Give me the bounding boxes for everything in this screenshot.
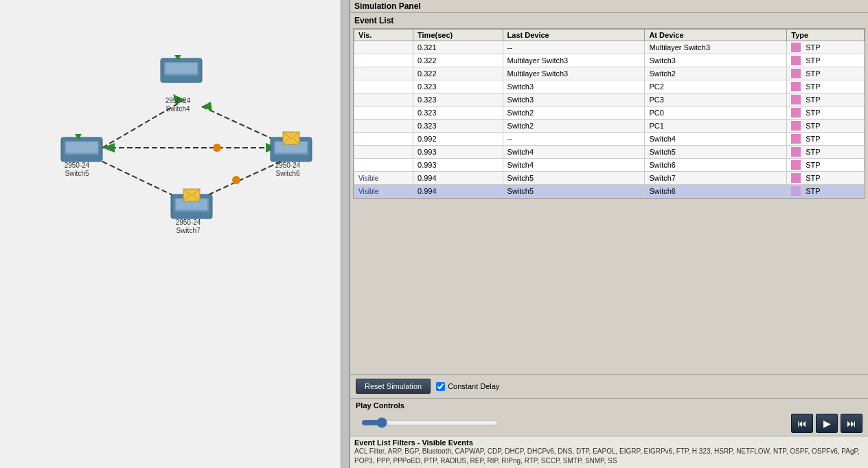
cell-type: STP: [787, 93, 865, 107]
simulation-panel: Simulation Panel Event List Vis. Time(se…: [350, 0, 868, 468]
reset-simulation-button[interactable]: Reset Simulation: [356, 379, 431, 394]
cell-at-device: PC3: [645, 93, 787, 107]
cell-vis: [354, 159, 413, 172]
cell-time: 0.322: [413, 54, 503, 67]
cell-last-device: Multilayer Switch3: [503, 67, 645, 80]
cell-last-device: Switch3: [503, 93, 645, 107]
constant-delay-label[interactable]: Constant Delay: [436, 382, 499, 391]
svg-text:Switch4: Switch4: [165, 105, 190, 113]
cell-type: STP: [787, 67, 865, 80]
col-time: Time(sec): [413, 30, 503, 41]
cell-last-device: Switch5: [503, 185, 645, 198]
cell-at-device: Switch3: [645, 54, 787, 67]
cell-at-device: Switch2: [645, 67, 787, 80]
table-row[interactable]: Visible 0.994 Switch5 Switch6 STP: [354, 185, 865, 198]
event-list-header: Event List: [350, 13, 868, 28]
cell-type: STP: [787, 80, 865, 93]
cell-last-device: Multilayer Switch3: [503, 54, 645, 67]
play-button[interactable]: ▶: [816, 414, 838, 433]
cell-vis: [354, 54, 413, 67]
cell-at-device: Switch4: [645, 133, 787, 146]
cell-time: 0.323: [413, 80, 503, 93]
switch4-label: 2950-24: [165, 97, 191, 104]
table-row[interactable]: 0.322 Multilayer Switch3 Switch3 STP: [354, 54, 865, 67]
svg-rect-16: [165, 63, 197, 74]
table-row[interactable]: 0.993 Switch4 Switch6 STP: [354, 159, 865, 172]
table-row[interactable]: 0.993 Switch4 Switch5 STP: [354, 146, 865, 159]
cell-at-device: Switch6: [645, 185, 787, 198]
prev-button[interactable]: ⏮: [791, 414, 813, 433]
svg-point-9: [213, 144, 221, 152]
switch7-label: 2950-24: [176, 219, 201, 226]
cell-time: 0.993: [413, 146, 503, 159]
play-controls-title: Play Controls: [356, 401, 863, 410]
event-table: Vis. Time(sec) Last Device At Device Typ…: [354, 29, 865, 198]
table-row[interactable]: 0.323 Switch3 PC2 STP: [354, 80, 865, 93]
cell-at-device: Switch7: [645, 172, 787, 185]
cell-last-device: --: [503, 41, 645, 54]
cell-vis: [354, 67, 413, 80]
table-row[interactable]: 0.323 Switch2 PC0 STP: [354, 107, 865, 120]
cell-last-device: Switch3: [503, 80, 645, 93]
cell-type: STP: [787, 172, 865, 185]
next-button[interactable]: ⏭: [841, 414, 863, 433]
cell-at-device: Switch5: [645, 146, 787, 159]
svg-text:Switch5: Switch5: [65, 170, 89, 177]
event-filters-title: Event List Filters - Visible Events: [354, 438, 864, 447]
simulation-panel-title: Simulation Panel: [350, 0, 868, 13]
cell-vis: [354, 93, 413, 107]
cell-time: 0.323: [413, 120, 503, 133]
cell-time: 0.994: [413, 185, 503, 198]
cell-at-device: PC2: [645, 80, 787, 93]
cell-vis: [354, 41, 413, 54]
col-last-device: Last Device: [503, 30, 645, 41]
playback-buttons: ⏮ ▶ ⏭: [791, 414, 863, 433]
cell-type: STP: [787, 107, 865, 120]
cell-time: 0.992: [413, 133, 503, 146]
cell-vis: Visible: [354, 172, 413, 185]
cell-time: 0.323: [413, 107, 503, 120]
cell-last-device: Switch2: [503, 107, 645, 120]
cell-vis: [354, 120, 413, 133]
col-at-device: At Device: [645, 30, 787, 41]
cell-vis: [354, 146, 413, 159]
reset-bar: Reset Simulation Constant Delay: [350, 375, 868, 399]
cell-time: 0.993: [413, 159, 503, 172]
svg-text:Switch6: Switch6: [275, 170, 299, 177]
table-row[interactable]: 0.992 -- Switch4 STP: [354, 133, 865, 146]
table-row[interactable]: 0.323 Switch3 PC3 STP: [354, 93, 865, 107]
cell-type: STP: [787, 41, 865, 54]
event-table-wrapper[interactable]: Vis. Time(sec) Last Device At Device Typ…: [353, 28, 865, 199]
cell-time: 0.994: [413, 172, 503, 185]
cell-type: STP: [787, 185, 865, 198]
cell-type: STP: [787, 54, 865, 67]
cell-last-device: Switch4: [503, 159, 645, 172]
event-filters-list: ACL Filter, ARP, BGP, Bluetooth, CAPWAP,…: [354, 447, 864, 466]
cell-last-device: Switch4: [503, 146, 645, 159]
cell-vis: Visible: [354, 185, 413, 198]
cell-at-device: PC0: [645, 107, 787, 120]
svg-rect-21: [66, 142, 98, 153]
table-row[interactable]: 0.323 Switch2 PC1 STP: [354, 120, 865, 133]
table-row[interactable]: Visible 0.994 Switch5 Switch7 STP: [354, 172, 865, 185]
constant-delay-checkbox[interactable]: [436, 382, 445, 391]
switch5-label: 2950-24: [65, 161, 90, 169]
cell-type: STP: [787, 120, 865, 133]
cell-at-device: Switch6: [645, 159, 787, 172]
play-controls-section: Play Controls ⏮ ▶ ⏭: [350, 399, 868, 436]
cell-type: STP: [787, 133, 865, 146]
cell-time: 0.322: [413, 67, 503, 80]
cell-vis: [354, 107, 413, 120]
progress-slider-container: [356, 417, 791, 430]
progress-slider[interactable]: [361, 417, 499, 428]
cell-time: 0.323: [413, 93, 503, 107]
svg-text:Switch7: Switch7: [176, 227, 200, 234]
table-row[interactable]: 0.322 Multilayer Switch3 Switch2 STP: [354, 67, 865, 80]
cell-last-device: Switch5: [503, 172, 645, 185]
cell-type: STP: [787, 159, 865, 172]
table-row[interactable]: 0.321 -- Multilayer Switch3 STP: [354, 41, 865, 54]
event-list-container: Event List Vis. Time(sec) Last Device At…: [350, 13, 868, 374]
cell-type: STP: [787, 146, 865, 159]
col-type: Type: [787, 30, 865, 41]
left-panel-scrollbar[interactable]: [341, 0, 349, 468]
